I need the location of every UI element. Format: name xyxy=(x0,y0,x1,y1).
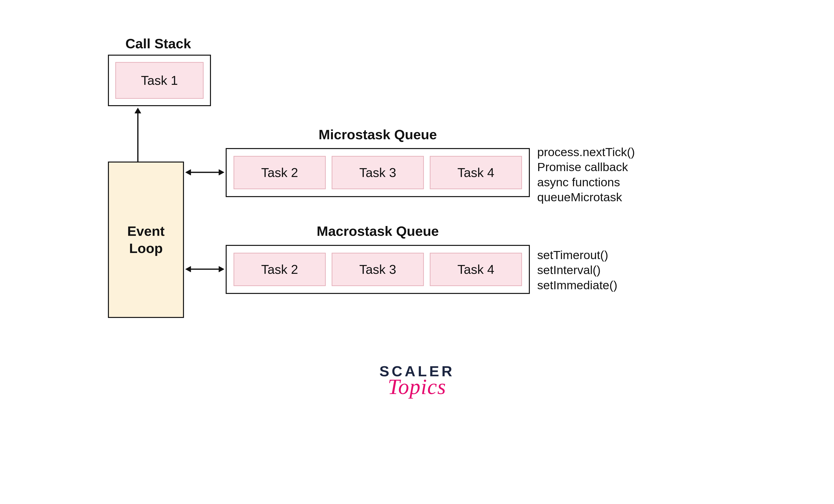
macrotask-queue-box: Task 2 Task 3 Task 4 xyxy=(226,245,530,294)
arrow-double-microtask-icon xyxy=(185,169,224,176)
svg-marker-3 xyxy=(185,169,191,175)
macrotask-task-3: Task 4 xyxy=(430,253,522,286)
svg-marker-7 xyxy=(219,266,224,272)
microtask-desc: process.nextTick() Promise callback asyn… xyxy=(537,145,635,205)
microtask-desc-line: process.nextTick() xyxy=(537,145,635,160)
macrotask-desc-line: setImmediate() xyxy=(537,278,617,293)
macrotask-task-2: Task 3 xyxy=(332,253,424,286)
arrow-up-icon xyxy=(134,108,141,162)
microtask-desc-line: async functions xyxy=(537,175,635,190)
arrow-double-macrotask-icon xyxy=(185,266,224,273)
svg-marker-6 xyxy=(185,266,191,272)
macrotask-queue-title: Macrostask Queue xyxy=(226,223,530,239)
event-loop-box: Event Loop xyxy=(108,162,184,318)
macrotask-desc-line: setInterval() xyxy=(537,262,617,277)
macrotask-desc: setTimerout() setInterval() setImmediate… xyxy=(537,248,617,293)
microtask-task-3: Task 4 xyxy=(430,156,522,189)
svg-marker-4 xyxy=(219,169,224,175)
event-loop-label: Event Loop xyxy=(127,223,165,257)
microtask-task-1: Task 2 xyxy=(234,156,326,189)
event-loop-diagram: Call Stack Task 1 Event Loop Microstask … xyxy=(0,0,834,504)
macrotask-desc-line: setTimerout() xyxy=(537,248,617,262)
callstack-box: Task 1 xyxy=(108,55,211,106)
microtask-queue-title: Microstask Queue xyxy=(226,127,530,142)
macrotask-task-1: Task 2 xyxy=(234,253,326,286)
callstack-title: Call Stack xyxy=(108,36,208,51)
logo-topics-text: Topics xyxy=(379,374,455,399)
microtask-desc-line: queueMicrotask xyxy=(537,190,635,205)
scaler-logo: SCALER Topics xyxy=(379,363,455,399)
callstack-task-1: Task 1 xyxy=(115,62,204,99)
microtask-desc-line: Promise callback xyxy=(537,160,635,175)
microtask-task-2: Task 3 xyxy=(332,156,424,189)
svg-marker-1 xyxy=(135,108,141,113)
microtask-queue-box: Task 2 Task 3 Task 4 xyxy=(226,148,530,197)
